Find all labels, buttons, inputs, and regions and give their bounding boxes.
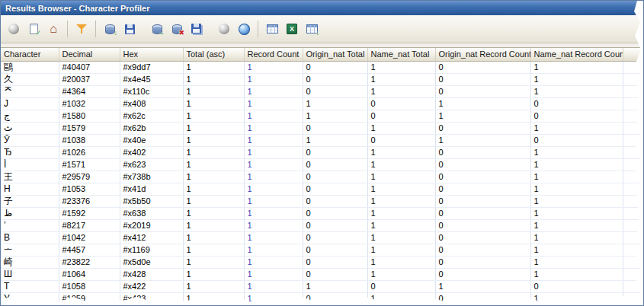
table-row[interactable]: Ј #1032 #x408 1 1 1 0 1 0 <box>1 97 644 110</box>
cell-name-nat-record-count[interactable]: 1 <box>530 219 623 231</box>
cell-character[interactable]: У <box>1 292 59 304</box>
cell-hex[interactable]: #x110c <box>120 85 183 97</box>
cell-name-nat-total[interactable]: 0 <box>367 280 435 292</box>
cell-origin-nat-total[interactable]: 0 <box>303 158 367 171</box>
cell-total-asc[interactable]: 1 <box>183 110 244 122</box>
cell-decimal[interactable]: #8217 <box>59 219 120 231</box>
table-row[interactable]: 久 #20037 #x4e45 1 1 0 1 0 1 <box>1 73 644 85</box>
table-row[interactable]: أ #1571 #x623 1 1 0 1 0 1 <box>1 158 644 171</box>
cell-decimal[interactable]: #1579 <box>59 122 120 134</box>
cell-record-count[interactable]: 1 <box>244 85 303 97</box>
cell-name-nat-total[interactable]: 0 <box>367 134 435 146</box>
cell-origin-nat-total[interactable]: 0 <box>303 122 367 134</box>
cell-origin-nat-total[interactable]: 0 <box>303 219 367 231</box>
cell-origin-nat-total[interactable]: 0 <box>303 85 367 97</box>
cell-hex[interactable]: #x422 <box>120 280 183 292</box>
cell-record-count[interactable]: 1 <box>244 280 303 292</box>
column-header-character[interactable]: Character <box>1 48 59 61</box>
cell-name-nat-total[interactable]: 0 <box>367 97 435 110</box>
column-header-name-nat-total[interactable]: Name_nat Total <box>367 48 435 61</box>
cell-origin-nat-record-count[interactable]: 0 <box>435 122 530 134</box>
cell-record-count[interactable]: 1 <box>244 158 303 171</box>
cell-origin-nat-record-count[interactable]: 0 <box>435 268 530 280</box>
cell-hex[interactable]: #x408 <box>120 97 183 110</box>
cell-total-asc[interactable]: 1 <box>183 97 244 110</box>
cell-hex[interactable]: #x412 <box>120 231 183 244</box>
cell-name-nat-total[interactable]: 1 <box>367 146 435 158</box>
cell-origin-nat-record-count[interactable]: 0 <box>435 183 530 195</box>
home-button[interactable]: ⌂ <box>44 20 62 38</box>
cell-decimal[interactable]: #20037 <box>59 73 120 85</box>
cell-name-nat-record-count[interactable]: 1 <box>530 244 623 256</box>
cell-character[interactable]: ج <box>1 110 59 122</box>
cell-origin-nat-record-count[interactable]: 0 <box>435 244 530 256</box>
cell-character[interactable]: ᄌ <box>1 85 59 97</box>
cell-total-asc[interactable]: 1 <box>183 122 244 134</box>
cell-name-nat-record-count[interactable]: 1 <box>530 158 623 171</box>
cell-decimal[interactable]: #23376 <box>59 195 120 207</box>
cell-character[interactable]: ظ <box>1 207 59 219</box>
delete-database-button[interactable]: ✖ <box>168 20 186 38</box>
cell-record-count[interactable]: 1 <box>244 73 303 85</box>
cell-character[interactable]: В <box>1 231 59 244</box>
cell-character[interactable]: 久 <box>1 73 59 85</box>
cell-total-asc[interactable]: 1 <box>183 231 244 244</box>
cell-origin-nat-record-count[interactable]: 0 <box>435 73 530 85</box>
cell-character[interactable]: 鷗 <box>1 61 59 73</box>
table-row[interactable]: Ш #1064 #x428 1 1 0 1 0 1 <box>1 268 644 280</box>
cell-hex[interactable]: #x623 <box>120 158 183 171</box>
table-row[interactable]: ’ #8217 #x2019 1 1 0 1 0 1 <box>1 219 644 231</box>
export-table-button[interactable]: ↓ <box>303 20 321 38</box>
cell-decimal[interactable]: #1592 <box>59 207 120 219</box>
cell-name-nat-total[interactable]: 1 <box>367 158 435 171</box>
cell-record-count[interactable]: 1 <box>244 183 303 195</box>
cell-record-count[interactable]: 1 <box>244 244 303 256</box>
cell-record-count[interactable]: 1 <box>244 122 303 134</box>
cell-name-nat-record-count[interactable]: 1 <box>530 256 623 268</box>
cell-record-count[interactable]: 1 <box>244 292 303 304</box>
cell-origin-nat-total[interactable]: 0 <box>303 146 367 158</box>
cell-name-nat-total[interactable]: 1 <box>367 268 435 280</box>
cell-name-nat-total[interactable]: 1 <box>367 171 435 183</box>
cell-total-asc[interactable]: 1 <box>183 171 244 183</box>
cell-name-nat-record-count[interactable]: 1 <box>530 61 623 73</box>
cell-name-nat-total[interactable]: 1 <box>367 122 435 134</box>
cell-record-count[interactable]: 1 <box>244 61 303 73</box>
cell-name-nat-total[interactable]: 1 <box>367 244 435 256</box>
cell-name-nat-record-count[interactable]: 1 <box>530 171 623 183</box>
cell-total-asc[interactable]: 1 <box>183 146 244 158</box>
table-row[interactable]: ث #1579 #x62b 1 1 0 1 0 1 <box>1 122 644 134</box>
cell-name-nat-record-count[interactable]: 0 <box>530 134 623 146</box>
table-row[interactable]: В #1042 #x412 1 1 0 1 0 1 <box>1 231 644 244</box>
cell-record-count[interactable]: 1 <box>244 171 303 183</box>
cell-decimal[interactable]: #29579 <box>59 171 120 183</box>
column-header-total-asc[interactable]: Total (asc) <box>183 48 244 61</box>
cell-origin-nat-record-count[interactable]: 0 <box>435 207 530 219</box>
cell-record-count[interactable]: 1 <box>244 256 303 268</box>
cell-origin-nat-total[interactable]: 0 <box>303 183 367 195</box>
save-results-button[interactable] <box>120 20 139 38</box>
cell-total-asc[interactable]: 1 <box>183 219 244 231</box>
cell-origin-nat-record-count[interactable]: 0 <box>435 146 530 158</box>
save-all-button[interactable] <box>187 20 206 38</box>
column-header-name-nat-record-count[interactable]: Name_nat Record Count <box>530 48 623 61</box>
cell-name-nat-total[interactable]: 1 <box>367 292 435 304</box>
cell-character[interactable]: أ <box>1 158 59 171</box>
table-row[interactable]: Н #1053 #x41d 1 1 0 1 0 1 <box>1 183 644 195</box>
column-header-record-count[interactable]: Record Count <box>244 48 303 61</box>
column-header-origin-nat-record-count[interactable]: Origin_nat Record Count <box>435 48 530 61</box>
cell-record-count[interactable]: 1 <box>244 231 303 244</box>
cell-total-asc[interactable]: 1 <box>183 268 244 280</box>
stop-sphere-button[interactable] <box>5 20 23 38</box>
cell-origin-nat-record-count[interactable]: 0 <box>435 171 530 183</box>
cell-decimal[interactable]: #4364 <box>59 85 120 97</box>
cell-origin-nat-total[interactable]: 1 <box>303 134 367 146</box>
cell-origin-nat-record-count[interactable]: 1 <box>435 97 530 110</box>
cell-name-nat-record-count[interactable]: 1 <box>530 146 623 158</box>
cell-name-nat-record-count[interactable]: 1 <box>530 85 623 97</box>
cell-decimal[interactable]: #23822 <box>59 256 120 268</box>
cell-name-nat-record-count[interactable]: 0 <box>530 110 623 122</box>
cell-origin-nat-record-count[interactable]: 0 <box>435 256 530 268</box>
cell-origin-nat-total[interactable]: 0 <box>303 171 367 183</box>
cell-character[interactable]: Ј <box>1 97 59 110</box>
